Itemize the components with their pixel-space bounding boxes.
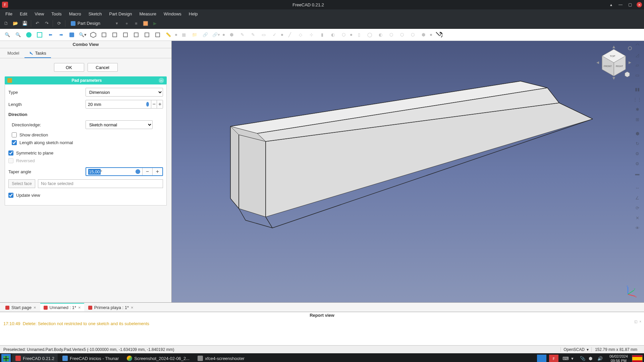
refresh-icon[interactable]: ⟳	[56, 20, 62, 27]
menu-macro[interactable]: Macro	[66, 10, 85, 17]
save-file-icon[interactable]: 💾	[21, 20, 28, 27]
type-select[interactable]: Dimension	[86, 88, 163, 97]
ok-button[interactable]: OK	[54, 63, 84, 72]
zoom-icon[interactable]: 🔍▾	[78, 31, 87, 39]
boolean-icon[interactable]: ⬢	[633, 129, 641, 137]
measure-icon[interactable]: 📏	[164, 31, 172, 39]
right-view-icon[interactable]	[121, 31, 129, 39]
start-menu-button[interactable]	[1, 354, 11, 362]
length-along-checkbox[interactable]	[12, 140, 17, 145]
select-face-button[interactable]: Select face	[8, 179, 35, 188]
multi-transform-icon[interactable]: ⊞	[633, 115, 641, 123]
report-float-icon[interactable]: ◱	[634, 320, 637, 323]
nav-forward-icon[interactable]: ➡	[57, 31, 65, 39]
left-view-icon[interactable]	[154, 31, 162, 39]
thickness-icon[interactable]: ▭	[633, 71, 641, 79]
taskbar-item-freecad[interactable]: FreeCAD 0.21.2	[12, 353, 58, 362]
migrate-icon[interactable]: ↻	[633, 139, 641, 147]
macro-stop-icon[interactable]: ■	[133, 20, 140, 27]
network-icon[interactable]: ⬢	[589, 356, 594, 361]
chevron-down-icon[interactable]: ▾	[571, 356, 577, 361]
direction-edge-select[interactable]: Sketch normal	[86, 120, 153, 129]
length-field[interactable]	[86, 100, 146, 108]
maximize-button[interactable]: ▢	[627, 2, 633, 7]
taskbar-item-thunar[interactable]: FreeCAD inicios - Thunar	[59, 353, 122, 362]
cancel-button[interactable]: Cancel	[88, 63, 118, 72]
taper-increment[interactable]: +	[152, 168, 162, 175]
draw-style-icon[interactable]	[25, 31, 33, 39]
macro-play-icon[interactable]: ▶	[152, 20, 158, 27]
collapse-icon[interactable]: ︿	[159, 78, 164, 83]
workbench-selector[interactable]: Part Design ▾	[68, 20, 121, 26]
involute-gear-icon[interactable]: ⚙	[633, 160, 641, 168]
open-file-icon[interactable]: 📂	[12, 20, 19, 27]
menu-edit[interactable]: Edit	[16, 10, 31, 17]
measure-linear-icon[interactable]: ↔	[633, 184, 641, 192]
nav-back-icon[interactable]: ⬅	[46, 31, 54, 39]
menu-help[interactable]: Help	[185, 10, 201, 17]
taskbar-clock[interactable]: 06/02/2024 09:56 PM	[607, 354, 631, 362]
close-tab-icon[interactable]: ×	[34, 305, 36, 310]
keyboard-layout-flag[interactable]	[632, 355, 643, 362]
clipboard-icon[interactable]: 📎	[580, 356, 585, 361]
report-close-icon[interactable]: ×	[639, 320, 641, 323]
close-tab-icon[interactable]: ×	[131, 305, 133, 310]
volume-icon[interactable]: 🔊	[597, 356, 603, 361]
terminal-icon[interactable]: ⌨	[562, 356, 568, 361]
menu-view[interactable]: View	[31, 10, 47, 17]
zoom-fit-icon[interactable]: 🔍	[3, 31, 11, 39]
symmetric-checkbox[interactable]	[8, 150, 13, 156]
3d-viewport[interactable]: TOP FRONT RIGHT z x y	[172, 41, 644, 302]
show-direction-checkbox[interactable]	[12, 132, 17, 137]
link-icon[interactable]	[68, 31, 76, 39]
macro-record-icon[interactable]: ●	[123, 20, 130, 27]
close-button[interactable]: ✕	[637, 2, 642, 7]
section-pad-parameters[interactable]: Pad parameters ︿	[5, 76, 167, 84]
chamfer-icon[interactable]: ◿	[633, 51, 641, 59]
redo-icon[interactable]: ↷	[43, 20, 50, 27]
rear-view-icon[interactable]	[132, 31, 140, 39]
keep-above-icon[interactable]: ▴	[608, 2, 614, 7]
menu-file[interactable]: File	[2, 10, 16, 17]
new-file-icon[interactable]: 🗋	[3, 20, 9, 27]
help-icon[interactable]: ?	[435, 31, 443, 39]
undo-icon[interactable]: ↶	[34, 20, 41, 27]
doc-tab-primera[interactable]: Primera playa : 1* ×	[85, 303, 137, 311]
length-increment[interactable]: +	[157, 100, 163, 108]
taskbar-item-screenshot[interactable]: Screenshot_2024-02-06_2...	[123, 353, 193, 362]
top-view-icon[interactable]	[111, 31, 119, 39]
bottom-view-icon[interactable]	[143, 31, 151, 39]
show-desktop-button[interactable]	[537, 355, 546, 362]
taper-decrement[interactable]: −	[142, 168, 152, 175]
menu-partdesign[interactable]: Part Design	[106, 10, 136, 17]
minimize-button[interactable]: —	[618, 2, 623, 7]
isometric-view-icon[interactable]	[89, 31, 97, 39]
doc-tab-unnamed[interactable]: Unnamed : 1* ×	[40, 303, 84, 311]
menu-tools[interactable]: Tools	[48, 10, 65, 17]
unit-button-icon[interactable]	[146, 102, 149, 107]
backend-selector[interactable]: OpenSCAD ▾	[560, 347, 591, 352]
measure-clear-icon[interactable]: ✕	[633, 214, 641, 222]
taskbar-freecad-pinned-icon[interactable]: F	[549, 355, 558, 362]
taper-value-selected[interactable]: 15,00	[88, 169, 101, 175]
menu-sketch[interactable]: Sketch	[85, 10, 105, 17]
unit-button-icon[interactable]	[136, 169, 140, 174]
doc-tab-startpage[interactable]: Start page ×	[2, 303, 40, 311]
measure-angular-icon[interactable]: ∠	[633, 194, 641, 202]
mirror-icon[interactable]: ▮▮	[633, 85, 641, 93]
close-tab-icon[interactable]: ×	[78, 305, 81, 310]
update-view-checkbox[interactable]	[8, 193, 13, 198]
draft-icon[interactable]: ▱	[633, 61, 641, 69]
macro-list-icon[interactable]	[142, 20, 149, 27]
sprocket-icon[interactable]: ⚙	[633, 149, 641, 158]
length-decrement[interactable]: −	[151, 100, 157, 108]
linear-pattern-icon[interactable]: ⋮⋮	[633, 95, 641, 103]
report-view-body[interactable]: ◱ × 17:10:49 Delete: Selection not restr…	[0, 319, 644, 345]
fillet-icon[interactable]: ◠	[633, 41, 641, 49]
menu-measure[interactable]: Measure	[136, 10, 160, 17]
navigation-cube[interactable]: TOP FRONT RIGHT	[594, 44, 634, 84]
tab-model[interactable]: Model	[3, 49, 24, 58]
measure-refresh-icon[interactable]: ⟳	[633, 204, 641, 212]
measure-toggle-icon[interactable]: 👁	[633, 224, 641, 232]
zoom-selection-icon[interactable]: 🔍	[14, 31, 22, 39]
